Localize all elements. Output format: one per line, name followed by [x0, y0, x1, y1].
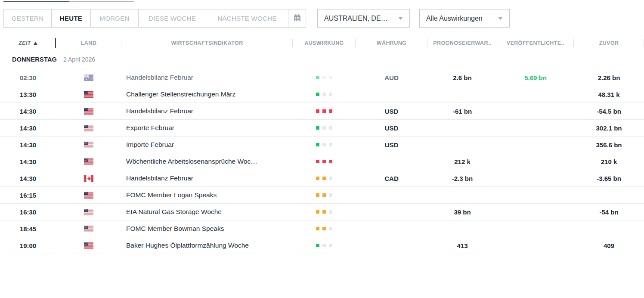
- impact-dot: [322, 93, 326, 96]
- currency-cell: USD: [356, 103, 427, 119]
- impact-dot: [322, 126, 326, 130]
- impact-dot: [329, 93, 332, 96]
- date-label: 2 April 2026: [63, 56, 95, 63]
- table-row[interactable]: 18:45 FOMC Member Bowman Speaks: [0, 220, 644, 237]
- country-flag-cell: [56, 170, 121, 186]
- flag-usa-icon: [84, 226, 93, 232]
- table-row[interactable]: 14:30 Handelsbilanz Februar CAD -2.3 bn …: [0, 170, 644, 187]
- flag-usa-icon: [84, 242, 93, 249]
- impact-dot: [329, 193, 332, 197]
- impact-dot: [316, 193, 319, 197]
- indicator-cell: Handelsbilanz Februar: [121, 103, 293, 119]
- event-time-cell: 14:30: [0, 137, 56, 153]
- chevron-down-icon: [398, 17, 403, 20]
- forecast-cell: -61 bn: [427, 103, 497, 119]
- forecast-cell: 413: [427, 237, 497, 254]
- impact-dots: [316, 160, 332, 163]
- event-time-cell: 19:00: [0, 237, 56, 254]
- currency-cell: [356, 86, 427, 102]
- country-flag-cell: [56, 204, 121, 220]
- impact-cell: [293, 120, 356, 136]
- indicator-cell: Exporte Februar: [121, 120, 293, 136]
- indicator-cell: Handelsbilanz Februar: [121, 69, 293, 86]
- table-row[interactable]: 02:30 Handelsbilanz Februar AUD 2.6 bn 5…: [0, 69, 644, 86]
- event-time-cell: 13:30: [0, 86, 56, 102]
- previous-cell: -3.65 bn: [574, 170, 644, 186]
- impact-dot: [316, 93, 319, 96]
- impact-dot: [329, 244, 332, 247]
- previous-cell: 302.1 bn: [574, 120, 644, 136]
- impact-dot: [316, 143, 319, 146]
- column-header-land[interactable]: LAND: [56, 37, 121, 50]
- tab-naechste-woche[interactable]: NÄCHSTE WOCHE: [206, 9, 288, 28]
- currency-cell: AUD: [356, 69, 427, 86]
- forecast-cell: [427, 137, 497, 153]
- impact-dot: [322, 210, 326, 214]
- column-header-auswirkung[interactable]: AUSWIRKUNG: [293, 37, 356, 50]
- impact-dot: [322, 76, 326, 79]
- column-header-zeit[interactable]: ZEIT: [0, 37, 56, 50]
- column-header-veroeffentlichte[interactable]: VERÖFFENTLICHTE..: [497, 37, 574, 50]
- column-header-zuvor[interactable]: ZUVOR: [574, 37, 644, 50]
- impact-cell: [293, 220, 356, 237]
- impact-cell: [293, 204, 356, 220]
- impact-dot: [329, 109, 332, 113]
- currency-cell: [356, 204, 427, 220]
- tab-morgen[interactable]: MORGEN: [90, 9, 139, 28]
- currency-cell: [356, 237, 427, 254]
- forecast-cell: 212 k: [427, 153, 497, 170]
- impact-cell: [293, 153, 356, 170]
- flag-usa-icon: [84, 142, 93, 148]
- impact-dots: [316, 177, 332, 180]
- flag-canada-icon: [84, 175, 93, 182]
- impact-dot: [329, 210, 332, 214]
- calendar-picker-button[interactable]: [288, 9, 306, 28]
- forecast-cell: [427, 86, 497, 102]
- table-row[interactable]: 16:30 EIA Natural Gas Storage Woche 39 b…: [0, 204, 644, 220]
- impact-dot: [316, 227, 319, 230]
- tab-gestern[interactable]: GESTERN: [3, 9, 52, 28]
- flag-usa-icon: [84, 209, 93, 215]
- column-header-prognose[interactable]: PROGNOSE/ERWAR..: [427, 37, 497, 50]
- top-strip-dark-segment: [3, 1, 69, 2]
- currency-cell: USD: [356, 120, 427, 136]
- table-row[interactable]: 14:30 Importe Februar USD 356.6 bn: [0, 137, 644, 153]
- impact-dot: [322, 193, 326, 197]
- impact-dot: [316, 160, 319, 163]
- date-group-header: DONNERSTAG 2 April 2026: [0, 50, 644, 69]
- impact-dot: [329, 143, 332, 146]
- column-header-waehrung[interactable]: WÄHRUNG: [356, 37, 427, 50]
- indicator-cell: FOMC Member Logan Speaks: [121, 187, 293, 203]
- impact-dot: [329, 177, 332, 180]
- table-row[interactable]: 14:30 Exporte Februar USD 302.1 bn: [0, 120, 644, 137]
- event-time-cell: 18:45: [0, 220, 56, 237]
- currency-cell: [356, 187, 427, 203]
- impact-dot: [316, 210, 319, 214]
- table-row[interactable]: 19:00 Baker Hughes Ölplattformzählung Wo…: [0, 237, 644, 254]
- previous-cell: 409: [574, 237, 644, 254]
- calendar-icon: [293, 14, 301, 23]
- previous-cell: -54 bn: [574, 204, 644, 220]
- tab-diese-woche[interactable]: DIESE WOCHE: [138, 9, 206, 28]
- table-row[interactable]: 14:30 Wöchentliche Arbeitslosenansprüche…: [0, 153, 644, 170]
- flag-australia-icon: [84, 74, 93, 81]
- impact-filter-dropdown[interactable]: Alle Auswirkungen: [419, 9, 510, 28]
- table-row[interactable]: 13:30 Challenger Stellenstreichungen Mär…: [0, 86, 644, 103]
- event-time-cell: 14:30: [0, 170, 56, 186]
- flag-usa-icon: [84, 158, 93, 165]
- event-time-cell: 16:15: [0, 187, 56, 203]
- tab-heute[interactable]: HEUTE: [51, 9, 91, 28]
- indicator-cell: Challenger Stellenstreichungen März: [121, 86, 293, 102]
- sort-asc-icon: [34, 42, 37, 45]
- actual-cell: [497, 204, 574, 220]
- event-time-cell: 14:30: [0, 153, 56, 170]
- table-row[interactable]: 16:15 FOMC Member Logan Speaks: [0, 187, 644, 204]
- table-row[interactable]: 14:30 Handelsbilanz Februar USD -61 bn -…: [0, 103, 644, 120]
- countries-filter-dropdown[interactable]: AUSTRALIEN, DE…: [317, 9, 410, 28]
- currency-cell: [356, 220, 427, 237]
- country-flag-cell: [56, 120, 121, 136]
- country-flag-cell: [56, 220, 121, 237]
- impact-dot: [316, 244, 319, 247]
- impact-dot: [329, 160, 332, 163]
- column-header-wirtschaftsindikator[interactable]: WIRTSCHAFTSINDIKATOR: [121, 37, 293, 50]
